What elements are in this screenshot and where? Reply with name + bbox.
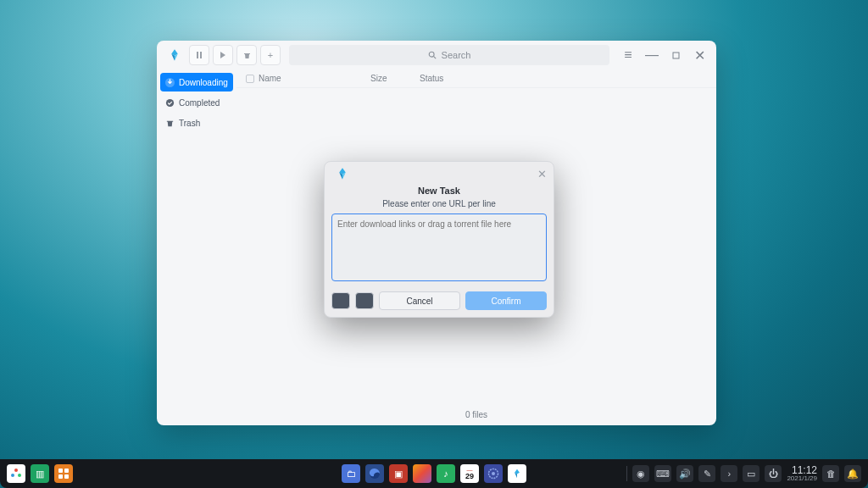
- dialog-body: Cancel Confirm: [325, 214, 554, 317]
- dialog-header: ✕: [325, 162, 554, 186]
- speed-limit-button[interactable]: [355, 292, 374, 309]
- svg-rect-0: [197, 52, 198, 58]
- tray-power-icon[interactable]: ⏻: [765, 465, 782, 482]
- taskbar-center: 🗀 ▣ ♪ —29: [342, 464, 526, 483]
- titlebar: + Search ≡ — ✕: [157, 41, 716, 69]
- sidebar-label: Downloading: [179, 78, 228, 87]
- tray-next-icon[interactable]: ›: [721, 465, 737, 482]
- search-input[interactable]: Search: [289, 45, 609, 65]
- dialog-subtitle: Please enter one URL per line: [325, 199, 554, 208]
- store-icon[interactable]: ▣: [389, 464, 408, 483]
- svg-rect-4: [673, 53, 679, 58]
- tray-edit-icon[interactable]: ✎: [698, 465, 715, 482]
- maximize-button[interactable]: [665, 45, 686, 65]
- svg-point-6: [166, 98, 174, 106]
- download-icon: [165, 78, 175, 87]
- sidebar-label: Trash: [179, 119, 200, 128]
- tray-desktop-icon[interactable]: ▭: [743, 465, 760, 482]
- browser-icon[interactable]: [365, 464, 384, 483]
- taskbar-left: ▥: [7, 464, 73, 483]
- search-icon: [428, 51, 437, 59]
- sidebar: Downloading Completed Trash: [157, 69, 236, 425]
- app-logo-icon: [335, 166, 350, 181]
- column-name[interactable]: Name: [259, 74, 370, 83]
- svg-rect-10: [58, 469, 63, 473]
- sidebar-item-downloading[interactable]: Downloading: [160, 73, 233, 92]
- taskbar: ▥ 🗀 ▣ ♪ —29 ◉ ⌨ 🔊 ✎ › ▭ ⏻ 11:12 2021/1/2…: [0, 459, 868, 488]
- svg-rect-1: [200, 52, 202, 58]
- dialog-close-button[interactable]: ✕: [537, 168, 547, 180]
- svg-rect-13: [64, 474, 69, 479]
- download-manager-taskbar-icon[interactable]: [508, 464, 526, 483]
- add-task-button[interactable]: +: [260, 45, 281, 65]
- workspace-icon[interactable]: [54, 464, 73, 483]
- calendar-icon[interactable]: —29: [460, 464, 479, 483]
- multitask-icon[interactable]: ▥: [31, 464, 49, 483]
- status-footer: 0 files: [236, 403, 716, 425]
- tray-recorder-icon[interactable]: ◉: [632, 465, 649, 482]
- sidebar-item-completed[interactable]: Completed: [160, 93, 233, 112]
- svg-point-7: [14, 469, 18, 472]
- launcher-icon[interactable]: [7, 464, 25, 483]
- svg-line-3: [433, 57, 436, 59]
- open-torrent-button[interactable]: [331, 292, 350, 309]
- cancel-button[interactable]: Cancel: [379, 291, 460, 310]
- file-manager-icon[interactable]: 🗀: [342, 464, 360, 483]
- resume-button[interactable]: [213, 45, 233, 65]
- tray-trash-icon[interactable]: 🗑: [822, 465, 839, 482]
- svg-point-9: [18, 474, 21, 477]
- settings-icon[interactable]: [484, 464, 503, 483]
- select-all-checkbox[interactable]: [242, 75, 259, 83]
- file-count: 0 files: [465, 410, 487, 419]
- column-status[interactable]: Status: [420, 74, 711, 83]
- tray-keyboard-icon[interactable]: ⌨: [654, 465, 671, 482]
- svg-point-2: [429, 52, 434, 57]
- new-task-dialog: ✕ New Task Please enter one URL per line…: [324, 161, 554, 318]
- taskbar-right: ◉ ⌨ 🔊 ✎ › ▭ ⏻ 11:12 2021/1/29 🗑 🔔: [626, 465, 861, 482]
- svg-point-8: [11, 474, 14, 477]
- svg-point-16: [492, 472, 495, 475]
- sidebar-label: Completed: [179, 98, 220, 108]
- confirm-button[interactable]: Confirm: [465, 291, 547, 310]
- svg-rect-12: [58, 474, 63, 479]
- check-icon: [165, 98, 175, 108]
- delete-button[interactable]: [236, 45, 257, 65]
- dialog-buttons: Cancel Confirm: [331, 291, 547, 310]
- clock[interactable]: 11:12 2021/1/29: [787, 465, 817, 482]
- photos-icon[interactable]: [413, 464, 431, 483]
- music-icon[interactable]: ♪: [437, 464, 455, 483]
- dialog-title: New Task: [325, 186, 554, 196]
- sidebar-item-trash[interactable]: Trash: [160, 114, 233, 132]
- trash-icon: [165, 119, 175, 128]
- pause-button[interactable]: [189, 45, 209, 65]
- clock-date: 2021/1/29: [787, 475, 817, 482]
- app-logo-icon: [167, 47, 182, 63]
- search-placeholder: Search: [442, 50, 471, 60]
- minimize-button[interactable]: —: [642, 45, 662, 65]
- table-header: Name Size Status: [236, 69, 716, 88]
- column-size[interactable]: Size: [370, 74, 420, 83]
- tray-separator: [626, 466, 627, 481]
- menu-button[interactable]: ≡: [618, 45, 638, 65]
- tray-notify-icon[interactable]: 🔔: [844, 465, 861, 482]
- tray-sound-icon[interactable]: 🔊: [676, 465, 693, 482]
- url-textarea[interactable]: [331, 214, 547, 281]
- svg-rect-11: [64, 469, 69, 473]
- close-button[interactable]: ✕: [689, 45, 709, 65]
